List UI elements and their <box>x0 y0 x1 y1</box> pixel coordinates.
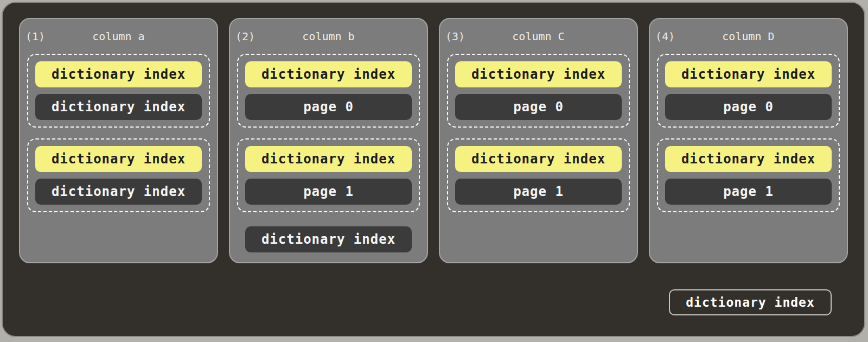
dictionary-group: dictionary index dictionary index <box>27 54 210 128</box>
page-group: dictionary index page 1 <box>237 138 420 212</box>
column-card-3: (3) column C dictionary index page 0 dic… <box>439 18 638 263</box>
page-pill: page 1 <box>665 179 832 205</box>
page-pill: page 0 <box>245 94 412 120</box>
page-group: dictionary index page 0 <box>237 54 420 128</box>
page-group: dictionary index page 0 <box>657 54 840 128</box>
dictionary-index-pill-dark: dictionary index <box>35 94 202 120</box>
dictionary-index-pill: dictionary index <box>455 61 622 87</box>
dictionary-index-pill: dictionary index <box>245 146 412 172</box>
dictionary-index-pill: dictionary index <box>665 146 832 172</box>
column-number: (4) <box>655 30 675 43</box>
column-card-header: (3) column C <box>445 28 631 45</box>
page-pill: page 1 <box>245 179 412 205</box>
diagram-frame: (1) column a dictionary index dictionary… <box>2 2 865 337</box>
extra-dictionary-index-pill: dictionary index <box>245 226 412 252</box>
dictionary-group: dictionary index dictionary index <box>27 138 210 212</box>
column-card-header: (4) column D <box>655 28 841 45</box>
floating-dictionary-index-label: dictionary index <box>669 289 832 315</box>
columns-row: (1) column a dictionary index dictionary… <box>19 18 848 263</box>
column-title: column a <box>25 30 212 43</box>
dictionary-index-pill: dictionary index <box>35 146 202 172</box>
column-title: column b <box>235 30 422 43</box>
dictionary-index-pill: dictionary index <box>35 61 202 87</box>
page-group: dictionary index page 1 <box>657 138 840 212</box>
column-card-header: (1) column a <box>25 28 212 45</box>
dictionary-index-pill-dark: dictionary index <box>35 179 202 205</box>
page-pill: page 0 <box>455 94 622 120</box>
page-group: dictionary index page 1 <box>447 138 630 212</box>
column-card-4: (4) column D dictionary index page 0 dic… <box>649 18 848 263</box>
column-number: (3) <box>445 30 465 43</box>
column-number: (2) <box>235 30 255 43</box>
column-card-1: (1) column a dictionary index dictionary… <box>19 18 218 263</box>
dictionary-index-pill: dictionary index <box>665 61 832 87</box>
column-card-header: (2) column b <box>235 28 422 45</box>
column-number: (1) <box>25 30 45 43</box>
dictionary-index-pill: dictionary index <box>455 146 622 172</box>
dictionary-index-pill: dictionary index <box>245 61 412 87</box>
column-title: column C <box>445 30 631 43</box>
page-pill: page 0 <box>665 94 832 120</box>
column-title: column D <box>655 30 841 43</box>
column-card-2: (2) column b dictionary index page 0 dic… <box>229 18 428 263</box>
page-group: dictionary index page 0 <box>447 54 630 128</box>
page-pill: page 1 <box>455 179 622 205</box>
